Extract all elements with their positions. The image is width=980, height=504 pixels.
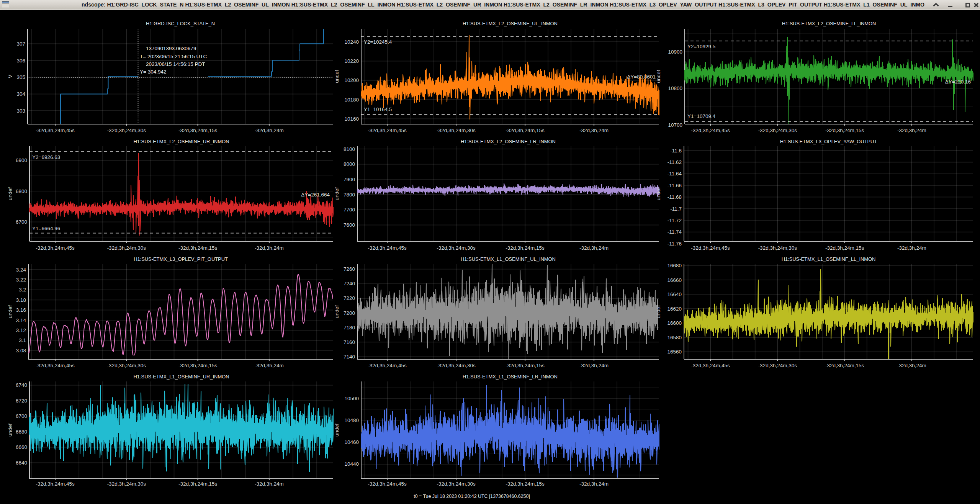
svg-text:undef: undef [7,187,13,200]
svg-text:3.1: 3.1 [19,337,26,343]
svg-text:1370901393.0630679: 1370901393.0630679 [146,46,196,51]
svg-text:H1:SUS-ETMX_L1_OSEMINF_LL_INMO: H1:SUS-ETMX_L1_OSEMINF_LL_INMON [782,256,876,262]
svg-text:Y2=10245.4: Y2=10245.4 [364,39,392,45]
svg-text:-11.72: -11.72 [668,218,682,223]
svg-text:16660: 16660 [667,277,682,283]
svg-text:-32d,3h,24m,30s: -32d,3h,24m,30s [107,128,146,133]
svg-text:-32d,3h,24m,45s: -32d,3h,24m,45s [368,363,407,368]
svg-text:8000: 8000 [344,161,355,167]
svg-text:-11.74: -11.74 [668,229,682,235]
svg-text:3.12: 3.12 [16,327,26,333]
svg-text:16640: 16640 [667,291,682,297]
svg-text:10460: 10460 [344,439,359,445]
svg-text:6700: 6700 [16,219,27,225]
svg-text:-32d,3h,24m: -32d,3h,24m [579,245,609,251]
svg-text:ΔY=80.8601: ΔY=80.8601 [627,74,656,80]
svg-text:V: V [7,75,13,78]
svg-text:7160: 7160 [344,339,355,345]
svg-text:6900: 6900 [16,157,27,163]
svg-text:7140: 7140 [344,354,355,360]
svg-text:3.14: 3.14 [16,317,26,323]
svg-text:H1:SUS-ETMX_L2_OSEMINF_UR_INMO: H1:SUS-ETMX_L2_OSEMINF_UR_INMON [134,139,229,144]
svg-text:H1:GRD-ISC_LOCK_STATE_N: H1:GRD-ISC_LOCK_STATE_N [146,21,215,26]
svg-text:3.18: 3.18 [16,297,26,303]
svg-text:7200: 7200 [344,310,355,316]
svg-text:-32d,3h,24m,30s: -32d,3h,24m,30s [107,481,146,487]
svg-text:10160: 10160 [344,116,359,122]
svg-text:ΔY=261.664: ΔY=261.664 [301,192,330,198]
svg-text:10440: 10440 [344,461,359,467]
svg-text:305: 305 [16,74,25,80]
svg-text:6800: 6800 [16,188,27,194]
svg-text:H1:SUS-ETMX_L1_OSEMINF_UL_INMO: H1:SUS-ETMX_L1_OSEMINF_UL_INMON [461,256,556,262]
svg-text:3.24: 3.24 [16,267,26,273]
svg-text:H1:SUS-ETMX_L1_OSEMINF_UR_INMO: H1:SUS-ETMX_L1_OSEMINF_UR_INMON [134,374,229,380]
svg-text:H1:SUS-ETMX_L3_OPLEV_YAW_OUTPU: H1:SUS-ETMX_L3_OPLEV_YAW_OUTPUT [780,139,877,144]
svg-text:-32d,3h,24m,15s: -32d,3h,24m,15s [825,363,864,368]
svg-text:-32d,3h,24m,15s: -32d,3h,24m,15s [825,245,864,251]
svg-text:10900: 10900 [668,49,682,55]
svg-text:3.2: 3.2 [19,287,26,293]
svg-text:7600: 7600 [344,222,355,228]
svg-text:-11.66: -11.66 [668,183,682,188]
svg-text:T= 2023/06/15 21:56:15 UTC: T= 2023/06/15 21:56:15 UTC [140,54,207,59]
svg-text:3.16: 3.16 [16,307,26,313]
svg-text:Y1=10164.5: Y1=10164.5 [364,106,392,112]
svg-text:-32d,3h,24m: -32d,3h,24m [255,128,284,133]
svg-text:-32d,3h,24m,15s: -32d,3h,24m,15s [178,245,218,251]
svg-text:7700: 7700 [344,207,355,213]
svg-text:H1:SUS-ETMX_L1_OSEMINF_LR_INMO: H1:SUS-ETMX_L1_OSEMINF_LR_INMON [463,374,558,380]
svg-text:16620: 16620 [667,306,682,312]
svg-text:-32d,3h,24m,45s: -32d,3h,24m,45s [691,245,730,251]
svg-text:undef: undef [656,187,661,200]
svg-text:-32d,3h,24m,30s: -32d,3h,24m,30s [758,363,797,368]
svg-text:-32d,3h,24m,30s: -32d,3h,24m,30s [437,128,476,133]
svg-text:8100: 8100 [344,146,355,152]
svg-text:-32d,3h,24m: -32d,3h,24m [579,481,609,487]
svg-text:-32d,3h,24m,45s: -32d,3h,24m,45s [36,128,75,133]
svg-text:-11.7: -11.7 [670,206,682,212]
svg-text:ΔY=220.16: ΔY=220.16 [945,79,971,85]
svg-text:7800: 7800 [344,192,355,198]
svg-text:-32d,3h,24m,45s: -32d,3h,24m,45s [36,245,75,251]
svg-text:-32d,3h,24m,30s: -32d,3h,24m,30s [437,363,476,368]
svg-text:6700: 6700 [16,413,27,419]
svg-text:-32d,3h,24m,15s: -32d,3h,24m,15s [506,128,545,133]
svg-text:-32d,3h,24m,15s: -32d,3h,24m,15s [506,363,545,368]
svg-text:-32d,3h,24m,15s: -32d,3h,24m,15s [506,245,545,251]
svg-text:-32d,3h,24m,45s: -32d,3h,24m,45s [691,363,730,368]
svg-text:undef: undef [334,70,340,83]
svg-text:-32d,3h,24m,30s: -32d,3h,24m,30s [107,363,146,368]
svg-text:-32d,3h,24m: -32d,3h,24m [255,245,284,251]
svg-text:-32d,3h,24m,15s: -32d,3h,24m,15s [506,481,545,487]
svg-text:16600: 16600 [667,320,682,326]
svg-text:16680: 16680 [667,263,682,268]
svg-text:3.22: 3.22 [16,277,26,283]
svg-text:-32d,3h,24m,30s: -32d,3h,24m,30s [758,128,797,133]
svg-text:Y2=6926.63: Y2=6926.63 [32,154,60,160]
svg-text:10480: 10480 [344,417,359,423]
svg-text:10220: 10220 [344,58,359,64]
svg-text:-32d,3h,24m: -32d,3h,24m [255,481,284,487]
svg-text:-32d,3h,24m,30s: -32d,3h,24m,30s [437,245,476,251]
svg-text:6680: 6680 [16,429,27,435]
svg-text:303: 303 [16,108,25,114]
svg-text:-32d,3h,24m: -32d,3h,24m [579,128,609,133]
svg-text:Y2=10929.5: Y2=10929.5 [687,44,715,49]
svg-text:H1:SUS-ETMX_L2_OSEMINF_LL_INMO: H1:SUS-ETMX_L2_OSEMINF_LL_INMON [782,21,876,26]
svg-text:-32d,3h,24m,45s: -32d,3h,24m,45s [368,245,407,251]
svg-text:7240: 7240 [344,281,355,286]
svg-text:Y1=10709.4: Y1=10709.4 [687,113,716,119]
svg-text:-32d,3h,24m,30s: -32d,3h,24m,30s [437,481,476,487]
svg-text:-11.6: -11.6 [670,148,682,154]
svg-text:304: 304 [16,91,25,97]
svg-text:H1:SUS-ETMX_L2_OSEMINF_LR_INMO: H1:SUS-ETMX_L2_OSEMINF_LR_INMON [461,139,556,144]
svg-text:6660: 6660 [16,444,27,450]
svg-text:10500: 10500 [344,396,359,401]
svg-text:undef: undef [7,305,13,318]
svg-text:undef: undef [656,70,661,83]
svg-text:-32d,3h,24m: -32d,3h,24m [579,363,609,368]
svg-text:-32d,3h,24m,15s: -32d,3h,24m,15s [178,363,218,368]
svg-text:6720: 6720 [16,398,27,404]
svg-text:-32d,3h,24m,15s: -32d,3h,24m,15s [825,128,864,133]
